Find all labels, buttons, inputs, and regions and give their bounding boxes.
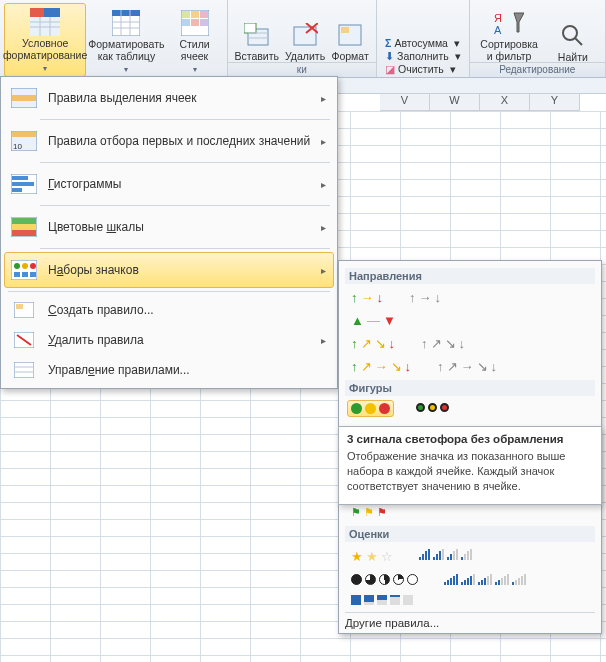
insert-icon [241, 19, 273, 51]
new-rule-icon [10, 299, 38, 321]
svg-rect-51 [14, 272, 20, 277]
more-rules-label: Другие правила... [345, 617, 439, 629]
tooltip-title: 3 сигнала светофора без обрамления [347, 433, 593, 445]
menu-separator [40, 205, 330, 206]
iconset-5-boxes[interactable] [347, 592, 417, 608]
conditional-formatting-button[interactable]: Условное форматирование [4, 3, 86, 77]
conditional-formatting-label: Условное форматирование [3, 38, 87, 61]
group-label-styles: ки [228, 62, 377, 77]
svg-rect-19 [191, 19, 199, 26]
ribbon-group-editing-small: ΣАвтосумма ▾ ⬇Заполнить ▾ ◪Очистить ▾ [377, 0, 469, 77]
svg-rect-58 [14, 362, 34, 378]
menu-separator [8, 291, 330, 292]
iconset-3-flags[interactable]: ⚑⚑⚑ [347, 503, 391, 522]
menu-separator [40, 119, 330, 120]
conditional-formatting-menu: Правила выделения ячеек 10 Правила отбор… [0, 76, 338, 389]
eraser-icon: ◪ [385, 63, 395, 75]
ribbon-group-cells: Вставить Удалить Формат ки [228, 0, 378, 77]
svg-point-32 [563, 26, 577, 40]
autosum-button[interactable]: ΣАвтосумма ▾ [385, 37, 460, 49]
iconset-5-quarters[interactable] [347, 571, 422, 588]
clear-rules-icon [10, 329, 38, 351]
menu-top-bottom-rules[interactable]: 10 Правила отбора первых и последних зна… [4, 123, 334, 159]
tooltip: 3 сигнала светофора без обрамления Отобр… [338, 426, 602, 505]
sort-filter-icon: ЯА [493, 7, 525, 39]
tooltip-description: Отображение значка из показанного выше н… [347, 449, 593, 494]
iconset-3-traffic-unrimmed[interactable] [347, 400, 394, 417]
more-rules-item[interactable]: Другие правила... [345, 612, 595, 629]
col-header[interactable]: W [430, 93, 480, 111]
iconset-4-arrows-gray[interactable]: ↑↗↘↓ [417, 334, 469, 353]
iconset-5-arrows-colored[interactable]: ↑↗→↘↓ [347, 357, 415, 376]
cell-styles-icon [179, 7, 211, 39]
menu-color-scales[interactable]: Цветовые шкалы [4, 209, 334, 245]
dropdown-arrow-icon [124, 62, 128, 75]
svg-rect-17 [200, 11, 208, 18]
menu-clear-rules[interactable]: Удалить правила [4, 325, 334, 355]
svg-rect-15 [182, 11, 190, 18]
menu-data-bars[interactable]: Гистограммы [4, 166, 334, 202]
clear-button[interactable]: ◪Очистить ▾ [385, 63, 460, 75]
ribbon-group-editing: ЯА Сортировка и фильтр Найти выдели Реда… [470, 0, 606, 77]
svg-point-50 [30, 263, 36, 269]
delete-icon [289, 19, 321, 51]
cell-styles-button[interactable]: Стили ячеек [167, 5, 223, 77]
iconset-3-stars[interactable]: ★★☆ [347, 546, 397, 567]
delete-label: Удалить [285, 51, 325, 63]
menu-highlight-cells[interactable]: Правила выделения ячеек [4, 80, 334, 116]
iconset-5-arrows-gray[interactable]: ↑↗→↘↓ [433, 357, 501, 376]
find-icon [557, 20, 589, 52]
iconset-3-arrows-gray[interactable]: ↑→↓ [405, 288, 445, 307]
menu-manage-rules[interactable]: Управление правилами... [4, 355, 334, 385]
col-header[interactable]: X [480, 93, 530, 111]
menu-new-rule[interactable]: Создать правило... [4, 295, 334, 325]
menu-label: Удалить правила [48, 333, 311, 347]
menu-label: Управление правилами... [48, 363, 326, 377]
dropdown-arrow-icon [43, 61, 47, 74]
svg-rect-18 [182, 19, 190, 26]
submenu-arrow-icon [321, 264, 326, 276]
iconset-3-arrows-colored[interactable]: ↑→↓ [347, 288, 387, 307]
format-as-table-button[interactable]: Форматировать как таблицу [86, 5, 166, 77]
svg-rect-9 [112, 10, 140, 16]
svg-rect-35 [12, 95, 36, 101]
iconset-3-traffic-rimmed[interactable] [412, 400, 453, 417]
svg-text:А: А [494, 24, 502, 36]
svg-rect-42 [12, 188, 22, 192]
iconset-5-ratings-bars[interactable] [440, 571, 530, 588]
ribbon: Условное форматирование Форматировать ка… [0, 0, 606, 78]
sigma-icon: Σ [385, 37, 391, 49]
svg-rect-37 [12, 132, 36, 137]
svg-rect-1 [30, 8, 44, 17]
svg-rect-52 [22, 272, 28, 277]
svg-rect-16 [191, 11, 199, 18]
ribbon-group-styles: Условное форматирование Форматировать ка… [0, 0, 228, 77]
col-header[interactable]: V [380, 93, 430, 111]
menu-separator [40, 162, 330, 163]
color-scales-icon [10, 216, 38, 238]
iconset-4-ratings-bars[interactable] [415, 546, 476, 567]
data-bars-icon [10, 173, 38, 195]
group-label-editing: Редактирование [470, 62, 605, 77]
format-label: Формат [331, 51, 368, 63]
format-as-table-label: Форматировать как таблицу [88, 39, 164, 62]
svg-text:Я: Я [494, 12, 502, 24]
menu-label: Наборы значков [48, 263, 311, 277]
svg-rect-46 [12, 230, 36, 236]
iconset-3-triangles[interactable]: ▲—▼ [347, 311, 400, 330]
svg-rect-45 [12, 224, 36, 230]
iconset-4-arrows-colored[interactable]: ↑↗↘↓ [347, 334, 399, 353]
svg-rect-55 [16, 304, 23, 309]
svg-rect-53 [30, 272, 36, 277]
cell-styles-label: Стили ячеек [170, 39, 220, 62]
fill-button[interactable]: ⬇Заполнить ▾ [385, 50, 460, 62]
svg-point-48 [14, 263, 20, 269]
svg-line-33 [575, 38, 582, 45]
menu-label: Цветовые шкалы [48, 220, 311, 234]
col-header[interactable]: Y [530, 93, 580, 111]
svg-rect-20 [200, 19, 208, 26]
menu-icon-sets[interactable]: Наборы значков [4, 252, 334, 288]
svg-rect-40 [12, 176, 28, 180]
top-bottom-icon: 10 [10, 130, 38, 152]
menu-label: Создать правило... [48, 303, 326, 317]
